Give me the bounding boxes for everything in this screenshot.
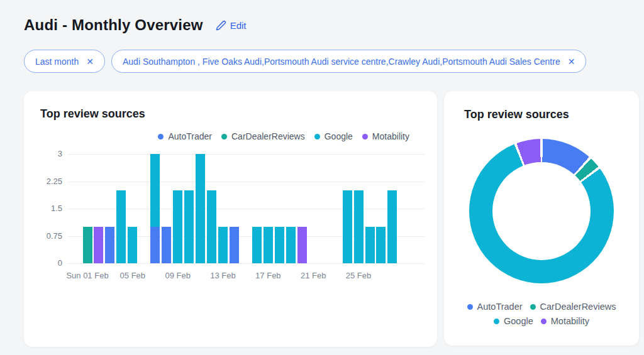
bar-segment-autotrader[interactable]	[150, 227, 160, 263]
legend-dot	[362, 134, 368, 139]
legend-line: GoogleMotability	[444, 314, 639, 329]
legend-label: CarDealerReviews	[540, 300, 616, 314]
x-axis-tick-label: 21 Feb	[301, 271, 326, 280]
bar-chart-legend: AutoTraderCarDealerReviewsGoogleMotabili…	[40, 131, 437, 141]
legend-label: Google	[504, 314, 533, 329]
filter-chip-label: Audi Southampton , Five Oaks Audi,Portsm…	[123, 57, 560, 67]
close-icon[interactable]: ✕	[568, 57, 575, 66]
x-axis-tick-label: 09 Feb	[165, 271, 190, 280]
page-header: Audi - Monthly Overview Edit	[24, 16, 639, 34]
bar-segment-google[interactable]	[150, 154, 160, 227]
bar-segment-motability[interactable]	[297, 227, 307, 263]
legend-item-cardealerreviews[interactable]: CarDealerReviews	[221, 131, 305, 141]
page-title: Audi - Monthly Overview	[24, 16, 203, 34]
bar-segment-google[interactable]	[376, 227, 386, 263]
legend-dot	[541, 319, 547, 324]
bar-chart-plot: 00.751.52.253Sun 01 Feb05 Feb09 Feb13 Fe…	[40, 154, 430, 289]
y-axis-tick-label: 3	[40, 149, 62, 158]
legend-label: AutoTrader	[168, 131, 212, 141]
legend-dot	[467, 304, 473, 310]
legend-label: AutoTrader	[477, 300, 523, 314]
x-axis-tick-label: Sun 01 Feb	[66, 271, 108, 280]
donut-wrap	[444, 139, 639, 283]
legend-label: Motability	[372, 131, 409, 141]
bar-segment-google[interactable]	[387, 190, 397, 263]
donut-card-title: Top review sources	[444, 108, 639, 121]
bar-segment-google[interactable]	[365, 227, 375, 263]
bar-card-title: Top review sources	[40, 107, 437, 121]
donut-chart[interactable]	[469, 139, 614, 283]
bar-segment-google[interactable]	[343, 190, 352, 263]
bar-segment-google[interactable]	[264, 227, 273, 263]
legend-item-google[interactable]: Google	[314, 131, 353, 141]
legend-item-motability[interactable]: Motability	[362, 131, 409, 141]
y-axis-tick-label: 0	[40, 258, 62, 268]
legend-line: AutoTraderCarDealerReviews	[444, 300, 639, 314]
legend-item-cardealerreviews[interactable]: CarDealerReviews	[530, 300, 616, 314]
dashboard-page: Audi - Monthly Overview Edit Last month …	[0, 0, 644, 355]
x-axis-tick-label: 13 Feb	[210, 271, 235, 280]
filter-bar: Last month ✕ Audi Southampton , Five Oak…	[24, 50, 639, 73]
legend-label: Google	[325, 131, 353, 141]
legend-dot	[221, 134, 227, 139]
bar-segment-google[interactable]	[128, 227, 137, 263]
bar-segment-google[interactable]	[184, 190, 194, 263]
bar-chart-card: Top review sources AutoTraderCarDealerRe…	[24, 91, 437, 347]
gridline	[68, 154, 425, 155]
legend-label: Motability	[551, 314, 589, 329]
bar-segment-google[interactable]	[275, 227, 284, 263]
legend-label: CarDealerReviews	[231, 131, 305, 141]
donut-chart-legend: AutoTraderCarDealerReviewsGoogleMotabili…	[444, 300, 639, 329]
legend-item-google[interactable]: Google	[494, 314, 533, 329]
bar-segment-cardealerreviews[interactable]	[83, 227, 92, 263]
bar-segment-motability[interactable]	[94, 227, 103, 263]
bar-segment-google[interactable]	[196, 154, 205, 263]
pencil-icon	[216, 20, 226, 31]
legend-dot	[158, 134, 164, 139]
y-axis-tick-label: 0.75	[40, 231, 62, 241]
bar-segment-google[interactable]	[218, 227, 228, 263]
close-icon[interactable]: ✕	[86, 57, 94, 66]
bar-segment-google[interactable]	[116, 190, 126, 263]
y-axis-tick-label: 1.5	[40, 204, 62, 213]
legend-dot	[530, 304, 536, 310]
bar-segment-google[interactable]	[173, 190, 182, 263]
x-axis-tick-label: 05 Feb	[120, 271, 145, 280]
edit-button[interactable]: Edit	[216, 20, 247, 31]
legend-item-autotrader[interactable]: AutoTrader	[467, 300, 523, 314]
filter-chip-dealerships[interactable]: Audi Southampton , Five Oaks Audi,Portsm…	[111, 50, 586, 73]
donut-hole	[492, 162, 591, 260]
filter-chip-label: Last month	[35, 57, 79, 67]
y-axis-tick-label: 2.25	[40, 177, 62, 186]
x-axis-tick-label: 25 Feb	[346, 271, 371, 280]
bar-segment-google[interactable]	[207, 190, 216, 263]
cards-row: Top review sources AutoTraderCarDealerRe…	[24, 91, 639, 347]
legend-dot	[314, 134, 320, 139]
gridline	[68, 182, 425, 182]
legend-item-motability[interactable]: Motability	[541, 314, 589, 329]
x-axis-tick-label: 17 Feb	[255, 271, 280, 280]
filter-chip-date-range[interactable]: Last month ✕	[24, 50, 105, 73]
gridline	[68, 263, 425, 264]
bar-segment-autotrader[interactable]	[230, 227, 239, 263]
edit-button-label: Edit	[230, 20, 247, 31]
donut-chart-card: Top review sources AutoTraderCarDealerRe…	[444, 91, 639, 346]
legend-item-autotrader[interactable]: AutoTrader	[158, 131, 212, 141]
bar-segment-autotrader[interactable]	[105, 227, 114, 263]
bar-segment-google[interactable]	[354, 190, 364, 263]
bar-segment-autotrader[interactable]	[162, 227, 171, 263]
bar-segment-google[interactable]	[286, 227, 296, 263]
legend-dot	[494, 319, 499, 324]
bar-segment-google[interactable]	[252, 227, 262, 263]
